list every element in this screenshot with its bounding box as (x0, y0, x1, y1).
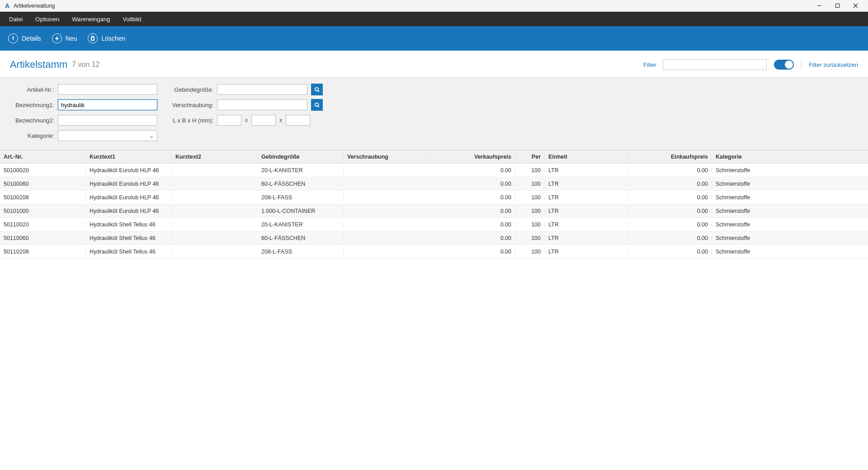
menu-wareneingang[interactable]: Wareneingang (66, 12, 116, 26)
cell-einh: LTR (545, 167, 628, 174)
dim-label: L x B x H (mm): (168, 117, 213, 124)
cell-einh: LTR (545, 181, 628, 187)
col-vk[interactable]: Verkaufspreis (429, 154, 515, 160)
menubar: Datei Optionen Wareneingang Vollbild (0, 12, 868, 26)
menu-optionen[interactable]: Optionen (29, 12, 66, 26)
svg-point-5 (13, 37, 14, 38)
cell-kurz1: Hydrauliköl Shell Tellus 46 (86, 235, 172, 241)
filter-input[interactable] (663, 59, 767, 70)
artnr-input[interactable] (58, 84, 157, 95)
svg-rect-1 (835, 4, 839, 8)
col-kurz2[interactable]: Kurztext2 (172, 154, 258, 160)
table-row[interactable]: 50100020Hydrauliköl Eurolub HLP 4620-L-K… (0, 164, 868, 177)
cell-per: 100 (515, 194, 545, 201)
cell-gebinde: 1.000-L-CONTAINER (258, 208, 344, 214)
cell-per: 100 (515, 221, 545, 228)
cell-artnr: 50110208 (0, 249, 86, 255)
cell-gebinde: 208-L-FASS (258, 194, 344, 201)
dim-b-input[interactable] (251, 115, 276, 126)
cell-kat: Schmierstoffe (712, 221, 868, 228)
col-einh[interactable]: Einheit (545, 154, 628, 160)
cell-gebinde: 20-L-KANISTER (258, 167, 344, 174)
cell-einh: LTR (545, 208, 628, 214)
cell-vk: 0.00 (429, 167, 515, 174)
cell-einh: LTR (545, 235, 628, 241)
cell-per: 100 (515, 167, 545, 174)
close-button[interactable] (846, 0, 864, 12)
filter-reset-link[interactable]: Filter zurücksetzen (809, 61, 858, 68)
cell-kat: Schmierstoffe (712, 167, 868, 174)
versch-input[interactable] (217, 99, 307, 110)
cell-artnr: 50110060 (0, 235, 86, 241)
page-title: Artikelstamm (10, 59, 67, 70)
col-versch[interactable]: Verschraubung (344, 154, 429, 160)
cell-vk: 0.00 (429, 208, 515, 214)
col-kurz1[interactable]: Kurztext1 (86, 154, 172, 160)
cell-ek: 0.00 (628, 249, 712, 255)
menu-datei[interactable]: Datei (3, 12, 29, 26)
table-body: 50100020Hydrauliköl Eurolub HLP 4620-L-K… (0, 164, 868, 258)
cell-ek: 0.00 (628, 181, 712, 187)
dim-l-input[interactable] (217, 115, 241, 126)
table-row[interactable]: 50100060Hydrauliköl Eurolub HLP 4660-L-F… (0, 177, 868, 191)
cell-per: 100 (515, 235, 545, 241)
bez2-input[interactable] (58, 115, 157, 126)
details-button[interactable]: Details (8, 33, 41, 43)
neu-label: Neu (66, 35, 77, 42)
gebinde-lookup-button[interactable] (311, 84, 323, 95)
cell-kat: Schmierstoffe (712, 194, 868, 201)
cell-gebinde: 60-L-FÄSSCHEN (258, 235, 344, 241)
versch-lookup-button[interactable] (311, 99, 323, 111)
bez2-label: Bezeichnung2: (9, 117, 54, 124)
table-row[interactable]: 50110020Hydrauliköl Shell Tellus 4620-L-… (0, 218, 868, 231)
table-row[interactable]: 50110060Hydrauliköl Shell Tellus 4660-L-… (0, 231, 868, 245)
dim-x2: x (279, 117, 282, 123)
cell-kurz1: Hydrauliköl Shell Tellus 46 (86, 249, 172, 255)
plus-icon (52, 33, 62, 43)
cell-gebinde: 60-L-FÄSSCHEN (258, 181, 344, 187)
neu-button[interactable]: Neu (52, 33, 77, 43)
minimize-button[interactable] (810, 0, 828, 12)
col-ek[interactable]: Einkaufspreis (628, 154, 712, 160)
table-row[interactable]: 50100208Hydrauliköl Eurolub HLP 46208-L-… (0, 191, 868, 204)
kat-label: Kategorie: (9, 132, 54, 139)
cell-kat: Schmierstoffe (712, 249, 868, 255)
cell-einh: LTR (545, 249, 628, 255)
cell-kurz1: Hydrauliköl Eurolub HLP 46 (86, 181, 172, 187)
svg-point-10 (315, 103, 318, 106)
cell-vk: 0.00 (429, 181, 515, 187)
cell-kat: Schmierstoffe (712, 235, 868, 241)
loeschen-button[interactable]: Löschen (88, 33, 125, 43)
gebinde-label: Gebindegröße: (168, 86, 213, 93)
col-per[interactable]: Per (515, 154, 545, 160)
cell-gebinde: 208-L-FASS (258, 249, 344, 255)
menu-vollbild[interactable]: Vollbild (116, 12, 147, 26)
cell-kat: Schmierstoffe (712, 181, 868, 187)
loeschen-label: Löschen (101, 35, 125, 42)
col-artnr[interactable]: Art.-Nr. (0, 154, 86, 160)
dim-x1: x (245, 117, 248, 123)
table-header: Art.-Nr. Kurztext1 Kurztext2 Gebindegröß… (0, 150, 868, 164)
col-kat[interactable]: Kategorie (712, 154, 868, 160)
dim-h-input[interactable] (286, 115, 310, 126)
cell-kurz1: Hydrauliköl Eurolub HLP 46 (86, 167, 172, 174)
col-gebinde[interactable]: Gebindegröße (258, 154, 344, 160)
kat-select[interactable]: ⌄ (58, 130, 157, 141)
svg-line-11 (318, 106, 319, 107)
cell-ek: 0.00 (628, 167, 712, 174)
bez1-input[interactable] (58, 99, 157, 110)
window-titlebar: A Artikelverwaltung (0, 0, 868, 12)
cell-einh: LTR (545, 221, 628, 228)
table-row[interactable]: 50101000Hydrauliköl Eurolub HLP 461.000-… (0, 204, 868, 218)
toolbar: Details Neu Löschen (0, 26, 868, 51)
versch-label: Verschraubung: (168, 102, 213, 108)
table-row[interactable]: 50110208Hydrauliköl Shell Tellus 46208-L… (0, 245, 868, 258)
cell-kurz1: Hydrauliköl Eurolub HLP 46 (86, 194, 172, 201)
cell-artnr: 50100060 (0, 181, 86, 187)
gebinde-input[interactable] (217, 84, 307, 95)
app-icon: A (4, 2, 11, 9)
cell-kat: Schmierstoffe (712, 208, 868, 214)
maximize-button[interactable] (828, 0, 846, 12)
cell-artnr: 50100208 (0, 194, 86, 201)
filter-toggle[interactable] (774, 60, 794, 70)
